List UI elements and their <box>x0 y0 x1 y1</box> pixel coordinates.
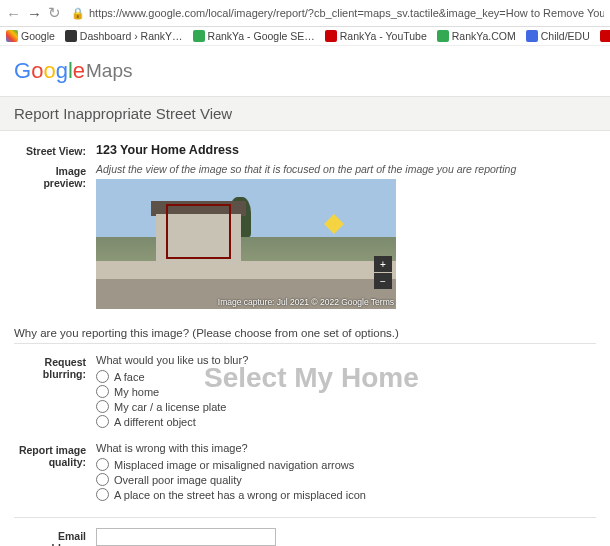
bookmark-label: Child/EDU <box>541 30 590 42</box>
page-title: Report Inappropriate Street View <box>0 96 610 131</box>
quality-radio[interactable] <box>96 458 109 471</box>
bookmark-icon <box>6 30 18 42</box>
address-bar[interactable]: 🔒 https://www.google.com/local/imagery/r… <box>67 5 604 22</box>
blurring-option-label: A different object <box>114 416 196 428</box>
quality-question: What is wrong with this image? <box>96 442 596 454</box>
image-preview-label: Image preview: <box>14 163 96 309</box>
street-view-address: 123 Your Home Address <box>96 143 596 157</box>
divider <box>14 343 596 344</box>
zoom-in-icon[interactable]: + <box>374 256 392 272</box>
google-maps-logo: Google Maps <box>14 58 596 84</box>
blurring-option-label: A face <box>114 371 145 383</box>
blurring-radio[interactable] <box>96 415 109 428</box>
google-wordmark: Google <box>14 58 85 84</box>
report-quality-label: Report image quality: <box>14 442 96 503</box>
nav-forward-icon[interactable]: → <box>27 5 42 22</box>
url-text: https://www.google.com/local/imagery/rep… <box>89 7 604 19</box>
quality-option[interactable]: Misplaced image or misaligned navigation… <box>96 458 596 471</box>
bookmark-icon <box>526 30 538 42</box>
blurring-option-label: My home <box>114 386 159 398</box>
request-blurring-label: Request blurring: <box>14 354 96 430</box>
bookmark-item[interactable]: Google <box>6 30 55 42</box>
caution-sign-icon <box>324 214 344 234</box>
blurring-radio[interactable] <box>96 370 109 383</box>
bookmark-label: Google <box>21 30 55 42</box>
bookmark-item[interactable]: RankYa - YouTube <box>325 30 427 42</box>
bookmark-label: RankYa - Google SE… <box>208 30 315 42</box>
blurring-radio[interactable] <box>96 385 109 398</box>
bookmarks-bar: GoogleDashboard › RankY…RankYa - Google … <box>0 27 610 46</box>
nav-back-icon[interactable]: ← <box>6 5 21 22</box>
quality-option-label: Overall poor image quality <box>114 474 242 486</box>
quality-option[interactable]: A place on the street has a wrong or mis… <box>96 488 596 501</box>
bookmark-item[interactable]: RankYa - Google SE… <box>193 30 315 42</box>
lock-icon: 🔒 <box>71 7 85 20</box>
blurring-option-label: My car / a license plate <box>114 401 227 413</box>
bookmark-icon <box>193 30 205 42</box>
bookmark-icon <box>437 30 449 42</box>
blurring-question: What would you like us to blur? <box>96 354 596 366</box>
bookmark-item[interactable]: Dashboard › RankY… <box>65 30 183 42</box>
bookmark-icon <box>600 30 610 42</box>
blurring-option[interactable]: My home <box>96 385 596 398</box>
street-view-label: Street View: <box>14 143 96 157</box>
bookmark-icon <box>65 30 77 42</box>
email-field[interactable] <box>96 528 276 546</box>
divider <box>14 517 596 518</box>
maps-label: Maps <box>86 60 132 82</box>
selection-rectangle[interactable] <box>166 204 231 259</box>
street-view-preview[interactable]: +− Image capture: Jul 2021 © 2022 Google… <box>96 179 396 309</box>
blurring-radio[interactable] <box>96 400 109 413</box>
zoom-out-icon[interactable]: − <box>374 273 392 289</box>
image-preview-hint: Adjust the view of the image so that it … <box>96 163 596 175</box>
report-question: Why are you reporting this image? (Pleas… <box>14 327 596 339</box>
blurring-option[interactable]: A different object <box>96 415 596 428</box>
email-label: Email address: (Required) <box>14 528 96 546</box>
bookmark-label: RankYa - YouTube <box>340 30 427 42</box>
bookmark-label: RankYa.COM <box>452 30 516 42</box>
bookmark-item[interactable]: YouTube <box>600 30 610 42</box>
blurring-option[interactable]: My car / a license plate <box>96 400 596 413</box>
quality-option[interactable]: Overall poor image quality <box>96 473 596 486</box>
quality-radio[interactable] <box>96 473 109 486</box>
bookmark-item[interactable]: RankYa.COM <box>437 30 516 42</box>
image-credit: Image capture: Jul 2021 © 2022 Google Te… <box>134 297 394 307</box>
bookmark-icon <box>325 30 337 42</box>
reload-icon[interactable]: ↻ <box>48 4 61 22</box>
bookmark-label: Dashboard › RankY… <box>80 30 183 42</box>
quality-radio[interactable] <box>96 488 109 501</box>
bookmark-item[interactable]: Child/EDU <box>526 30 590 42</box>
zoom-control[interactable]: +− <box>374 255 392 289</box>
quality-option-label: Misplaced image or misaligned navigation… <box>114 459 354 471</box>
blurring-option[interactable]: A face <box>96 370 596 383</box>
quality-option-label: A place on the street has a wrong or mis… <box>114 489 366 501</box>
